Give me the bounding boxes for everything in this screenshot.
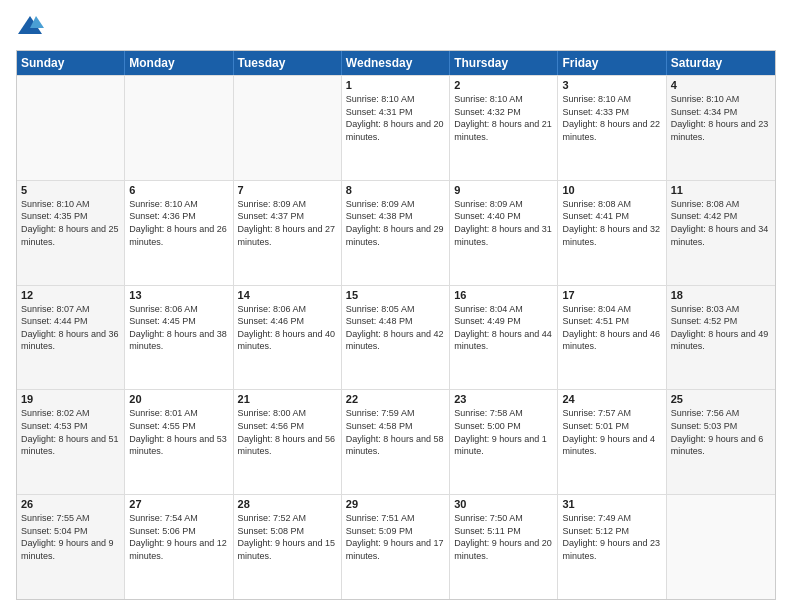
day-info: Sunrise: 7:58 AM Sunset: 5:00 PM Dayligh…	[454, 407, 553, 457]
day-cell-11: 11Sunrise: 8:08 AM Sunset: 4:42 PM Dayli…	[667, 181, 775, 285]
day-info: Sunrise: 7:50 AM Sunset: 5:11 PM Dayligh…	[454, 512, 553, 562]
day-cell-10: 10Sunrise: 8:08 AM Sunset: 4:41 PM Dayli…	[558, 181, 666, 285]
day-number: 14	[238, 289, 337, 301]
day-cell-23: 23Sunrise: 7:58 AM Sunset: 5:00 PM Dayli…	[450, 390, 558, 494]
day-info: Sunrise: 8:07 AM Sunset: 4:44 PM Dayligh…	[21, 303, 120, 353]
day-info: Sunrise: 8:03 AM Sunset: 4:52 PM Dayligh…	[671, 303, 771, 353]
day-info: Sunrise: 8:08 AM Sunset: 4:42 PM Dayligh…	[671, 198, 771, 248]
day-number: 2	[454, 79, 553, 91]
day-info: Sunrise: 7:55 AM Sunset: 5:04 PM Dayligh…	[21, 512, 120, 562]
day-cell-28: 28Sunrise: 7:52 AM Sunset: 5:08 PM Dayli…	[234, 495, 342, 599]
calendar-body: 1Sunrise: 8:10 AM Sunset: 4:31 PM Daylig…	[17, 75, 775, 599]
day-number: 19	[21, 393, 120, 405]
day-cell-8: 8Sunrise: 8:09 AM Sunset: 4:38 PM Daylig…	[342, 181, 450, 285]
day-info: Sunrise: 8:06 AM Sunset: 4:46 PM Dayligh…	[238, 303, 337, 353]
day-cell-19: 19Sunrise: 8:02 AM Sunset: 4:53 PM Dayli…	[17, 390, 125, 494]
day-info: Sunrise: 7:57 AM Sunset: 5:01 PM Dayligh…	[562, 407, 661, 457]
day-number: 31	[562, 498, 661, 510]
weekday-header-thursday: Thursday	[450, 51, 558, 75]
day-cell-29: 29Sunrise: 7:51 AM Sunset: 5:09 PM Dayli…	[342, 495, 450, 599]
weekday-header-saturday: Saturday	[667, 51, 775, 75]
day-cell-6: 6Sunrise: 8:10 AM Sunset: 4:36 PM Daylig…	[125, 181, 233, 285]
day-info: Sunrise: 8:06 AM Sunset: 4:45 PM Dayligh…	[129, 303, 228, 353]
day-info: Sunrise: 8:09 AM Sunset: 4:37 PM Dayligh…	[238, 198, 337, 248]
calendar-row-4: 26Sunrise: 7:55 AM Sunset: 5:04 PM Dayli…	[17, 494, 775, 599]
day-info: Sunrise: 8:01 AM Sunset: 4:55 PM Dayligh…	[129, 407, 228, 457]
day-cell-22: 22Sunrise: 7:59 AM Sunset: 4:58 PM Dayli…	[342, 390, 450, 494]
day-cell-7: 7Sunrise: 8:09 AM Sunset: 4:37 PM Daylig…	[234, 181, 342, 285]
calendar-row-3: 19Sunrise: 8:02 AM Sunset: 4:53 PM Dayli…	[17, 389, 775, 494]
page: SundayMondayTuesdayWednesdayThursdayFrid…	[0, 0, 792, 612]
day-number: 11	[671, 184, 771, 196]
day-cell-17: 17Sunrise: 8:04 AM Sunset: 4:51 PM Dayli…	[558, 286, 666, 390]
empty-cell-4-6	[667, 495, 775, 599]
day-cell-15: 15Sunrise: 8:05 AM Sunset: 4:48 PM Dayli…	[342, 286, 450, 390]
day-info: Sunrise: 8:04 AM Sunset: 4:49 PM Dayligh…	[454, 303, 553, 353]
day-number: 20	[129, 393, 228, 405]
day-number: 21	[238, 393, 337, 405]
day-cell-12: 12Sunrise: 8:07 AM Sunset: 4:44 PM Dayli…	[17, 286, 125, 390]
empty-cell-0-0	[17, 76, 125, 180]
day-info: Sunrise: 8:10 AM Sunset: 4:32 PM Dayligh…	[454, 93, 553, 143]
day-cell-26: 26Sunrise: 7:55 AM Sunset: 5:04 PM Dayli…	[17, 495, 125, 599]
weekday-header-tuesday: Tuesday	[234, 51, 342, 75]
calendar: SundayMondayTuesdayWednesdayThursdayFrid…	[16, 50, 776, 600]
weekday-header-monday: Monday	[125, 51, 233, 75]
day-cell-20: 20Sunrise: 8:01 AM Sunset: 4:55 PM Dayli…	[125, 390, 233, 494]
weekday-header-friday: Friday	[558, 51, 666, 75]
day-cell-18: 18Sunrise: 8:03 AM Sunset: 4:52 PM Dayli…	[667, 286, 775, 390]
day-number: 4	[671, 79, 771, 91]
day-number: 13	[129, 289, 228, 301]
day-cell-5: 5Sunrise: 8:10 AM Sunset: 4:35 PM Daylig…	[17, 181, 125, 285]
day-info: Sunrise: 8:10 AM Sunset: 4:34 PM Dayligh…	[671, 93, 771, 143]
day-number: 12	[21, 289, 120, 301]
day-info: Sunrise: 8:08 AM Sunset: 4:41 PM Dayligh…	[562, 198, 661, 248]
calendar-row-1: 5Sunrise: 8:10 AM Sunset: 4:35 PM Daylig…	[17, 180, 775, 285]
day-cell-21: 21Sunrise: 8:00 AM Sunset: 4:56 PM Dayli…	[234, 390, 342, 494]
day-info: Sunrise: 8:04 AM Sunset: 4:51 PM Dayligh…	[562, 303, 661, 353]
day-cell-9: 9Sunrise: 8:09 AM Sunset: 4:40 PM Daylig…	[450, 181, 558, 285]
day-number: 30	[454, 498, 553, 510]
day-number: 15	[346, 289, 445, 301]
day-number: 24	[562, 393, 661, 405]
day-cell-24: 24Sunrise: 7:57 AM Sunset: 5:01 PM Dayli…	[558, 390, 666, 494]
day-cell-14: 14Sunrise: 8:06 AM Sunset: 4:46 PM Dayli…	[234, 286, 342, 390]
day-number: 7	[238, 184, 337, 196]
day-info: Sunrise: 7:52 AM Sunset: 5:08 PM Dayligh…	[238, 512, 337, 562]
day-info: Sunrise: 8:10 AM Sunset: 4:36 PM Dayligh…	[129, 198, 228, 248]
day-info: Sunrise: 8:02 AM Sunset: 4:53 PM Dayligh…	[21, 407, 120, 457]
day-number: 16	[454, 289, 553, 301]
day-info: Sunrise: 8:10 AM Sunset: 4:31 PM Dayligh…	[346, 93, 445, 143]
day-number: 10	[562, 184, 661, 196]
day-cell-30: 30Sunrise: 7:50 AM Sunset: 5:11 PM Dayli…	[450, 495, 558, 599]
day-number: 9	[454, 184, 553, 196]
day-info: Sunrise: 8:09 AM Sunset: 4:38 PM Dayligh…	[346, 198, 445, 248]
calendar-header: SundayMondayTuesdayWednesdayThursdayFrid…	[17, 51, 775, 75]
day-info: Sunrise: 7:49 AM Sunset: 5:12 PM Dayligh…	[562, 512, 661, 562]
day-number: 1	[346, 79, 445, 91]
day-cell-31: 31Sunrise: 7:49 AM Sunset: 5:12 PM Dayli…	[558, 495, 666, 599]
day-info: Sunrise: 8:05 AM Sunset: 4:48 PM Dayligh…	[346, 303, 445, 353]
day-info: Sunrise: 8:10 AM Sunset: 4:33 PM Dayligh…	[562, 93, 661, 143]
day-number: 8	[346, 184, 445, 196]
weekday-header-sunday: Sunday	[17, 51, 125, 75]
calendar-row-2: 12Sunrise: 8:07 AM Sunset: 4:44 PM Dayli…	[17, 285, 775, 390]
day-info: Sunrise: 8:09 AM Sunset: 4:40 PM Dayligh…	[454, 198, 553, 248]
day-info: Sunrise: 7:54 AM Sunset: 5:06 PM Dayligh…	[129, 512, 228, 562]
day-cell-25: 25Sunrise: 7:56 AM Sunset: 5:03 PM Dayli…	[667, 390, 775, 494]
day-number: 28	[238, 498, 337, 510]
day-cell-4: 4Sunrise: 8:10 AM Sunset: 4:34 PM Daylig…	[667, 76, 775, 180]
logo-icon	[16, 12, 44, 40]
day-number: 6	[129, 184, 228, 196]
day-number: 23	[454, 393, 553, 405]
day-info: Sunrise: 7:56 AM Sunset: 5:03 PM Dayligh…	[671, 407, 771, 457]
weekday-header-wednesday: Wednesday	[342, 51, 450, 75]
day-info: Sunrise: 7:51 AM Sunset: 5:09 PM Dayligh…	[346, 512, 445, 562]
header	[16, 12, 776, 40]
calendar-row-0: 1Sunrise: 8:10 AM Sunset: 4:31 PM Daylig…	[17, 75, 775, 180]
day-number: 3	[562, 79, 661, 91]
day-cell-27: 27Sunrise: 7:54 AM Sunset: 5:06 PM Dayli…	[125, 495, 233, 599]
empty-cell-0-2	[234, 76, 342, 180]
day-number: 26	[21, 498, 120, 510]
day-number: 29	[346, 498, 445, 510]
